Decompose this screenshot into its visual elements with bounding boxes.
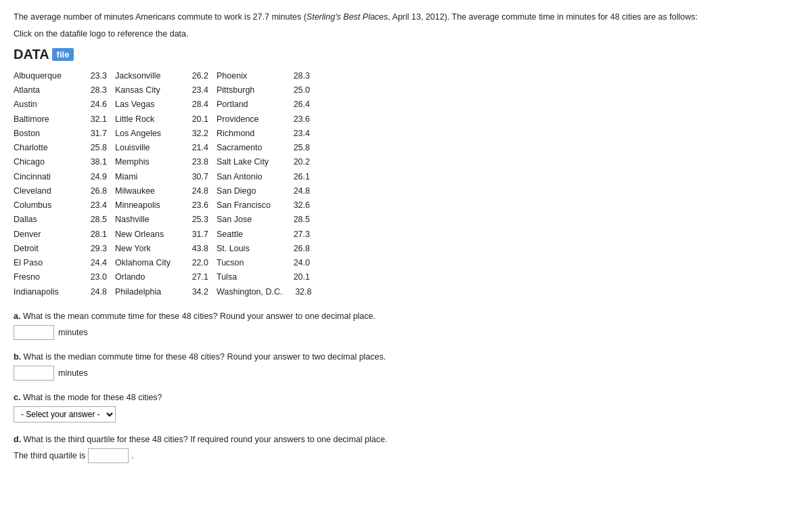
city-value: 38.1 xyxy=(83,155,107,169)
question-d-answer: The third quartile is . xyxy=(14,448,798,463)
city-value: 29.3 xyxy=(83,242,107,256)
data-table: Albuquerque23.3Atlanta28.3Austin24.6Balt… xyxy=(14,69,798,299)
city-value: 24.9 xyxy=(83,170,107,184)
table-row: Little Rock20.1 xyxy=(115,112,210,127)
table-row: Orlando27.1 xyxy=(115,270,210,284)
city-value: 27.3 xyxy=(286,228,310,242)
city-name: Sacramento xyxy=(217,141,281,155)
city-value: 32.8 xyxy=(288,285,312,299)
city-name: Salt Lake City xyxy=(217,155,281,169)
table-row: Austin24.6 xyxy=(14,98,108,112)
city-value: 24.8 xyxy=(185,184,208,198)
click-instructions: Click on the datafile logo to reference … xyxy=(14,29,798,39)
city-value: 27.1 xyxy=(185,270,208,284)
city-value: 23.6 xyxy=(286,112,310,127)
city-name: Richmond xyxy=(217,127,281,141)
question-b-unit: minutes xyxy=(58,368,88,378)
city-value: 24.0 xyxy=(286,256,310,270)
intro-text: The average number of minutes Americans … xyxy=(14,11,798,24)
city-name: New York xyxy=(115,242,179,256)
city-value: 24.4 xyxy=(83,256,107,270)
table-row: Indianapolis24.8 xyxy=(14,285,108,299)
table-row: Memphis23.8 xyxy=(115,155,210,169)
city-value: 23.8 xyxy=(185,155,208,169)
table-row: Chicago38.1 xyxy=(14,155,108,169)
city-value: 26.4 xyxy=(286,98,310,112)
data-header: DATA file xyxy=(14,47,798,62)
city-value: 23.6 xyxy=(185,198,208,213)
city-name: Portland xyxy=(217,98,281,112)
city-name: Providence xyxy=(217,112,281,127)
city-name: Austin xyxy=(14,98,78,112)
city-value: 28.5 xyxy=(83,213,107,227)
city-column-1: Albuquerque23.3Atlanta28.3Austin24.6Balt… xyxy=(14,69,108,299)
question-b: b. What is the median commute time for t… xyxy=(14,352,798,381)
table-row: Detroit29.3 xyxy=(14,242,108,256)
table-row: Minneapolis23.6 xyxy=(115,198,210,213)
table-row: Kansas City23.4 xyxy=(115,83,210,98)
question-a-unit: minutes xyxy=(58,328,88,337)
city-value: 22.0 xyxy=(185,256,208,270)
city-name: Kansas City xyxy=(115,83,179,98)
city-name: Tucson xyxy=(217,256,281,270)
table-row: San Antonio26.1 xyxy=(217,170,312,184)
city-name: Jacksonville xyxy=(115,69,179,83)
table-row: Milwaukee24.8 xyxy=(115,184,210,198)
city-value: 23.3 xyxy=(83,69,107,83)
question-b-answer: minutes xyxy=(14,366,798,381)
city-value: 28.4 xyxy=(185,98,208,112)
city-name: Little Rock xyxy=(115,112,179,127)
city-name: Memphis xyxy=(115,155,179,169)
question-d: d. What is the third quartile for these … xyxy=(14,435,798,463)
city-name: Milwaukee xyxy=(115,184,179,198)
city-name: Miami xyxy=(115,170,179,184)
city-value: 25.0 xyxy=(286,83,310,98)
city-value: 21.4 xyxy=(185,141,208,155)
city-value: 28.1 xyxy=(83,228,107,242)
city-value: 20.2 xyxy=(286,155,310,169)
table-row: San Jose28.5 xyxy=(217,213,312,227)
table-row: Louisville21.4 xyxy=(115,141,210,155)
question-a: a. What is the mean commute time for the… xyxy=(14,311,798,340)
city-value: 28.3 xyxy=(286,69,310,83)
table-row: Miami30.7 xyxy=(115,170,210,184)
city-name: San Diego xyxy=(217,184,281,198)
city-value: 25.8 xyxy=(286,141,310,155)
table-row: Los Angeles32.2 xyxy=(115,127,210,141)
table-row: Richmond23.4 xyxy=(217,127,312,141)
table-row: El Paso24.4 xyxy=(14,256,108,270)
city-value: 23.0 xyxy=(83,270,107,284)
city-name: Cincinnati xyxy=(14,170,78,184)
city-value: 31.7 xyxy=(185,228,208,242)
table-row: New Orleans31.7 xyxy=(115,228,210,242)
table-row: Tulsa20.1 xyxy=(217,270,312,284)
table-row: Columbus23.4 xyxy=(14,198,108,213)
question-c-select[interactable]: - Select your answer -20.120.223.424.825… xyxy=(14,406,116,423)
city-name: Cleveland xyxy=(14,184,78,198)
city-name: Boston xyxy=(14,127,78,141)
city-name: San Francisco xyxy=(217,198,281,213)
city-name: Indianapolis xyxy=(14,285,78,299)
city-value: 28.3 xyxy=(83,83,107,98)
question-a-answer: minutes xyxy=(14,325,798,340)
city-value: 24.8 xyxy=(286,184,310,198)
city-name: Oklahoma City xyxy=(115,256,179,270)
city-value: 24.8 xyxy=(83,285,107,299)
city-name: New Orleans xyxy=(115,228,179,242)
city-value: 26.8 xyxy=(286,242,310,256)
question-d-input[interactable] xyxy=(88,448,129,463)
table-row: Washington, D.C.32.8 xyxy=(217,285,312,299)
table-row: Seattle27.3 xyxy=(217,228,312,242)
table-row: Boston31.7 xyxy=(14,127,108,141)
city-value: 30.7 xyxy=(185,170,208,184)
city-value: 43.8 xyxy=(185,242,208,256)
file-badge[interactable]: file xyxy=(52,48,74,61)
question-b-input[interactable] xyxy=(14,366,54,381)
question-c: c. What is the mode for these 48 cities?… xyxy=(14,393,798,423)
city-value: 34.2 xyxy=(185,285,208,299)
city-value: 26.1 xyxy=(286,170,310,184)
question-a-input[interactable] xyxy=(14,325,54,340)
table-row: Providence23.6 xyxy=(217,112,312,127)
city-name: Orlando xyxy=(115,270,179,284)
city-value: 28.5 xyxy=(286,213,310,227)
